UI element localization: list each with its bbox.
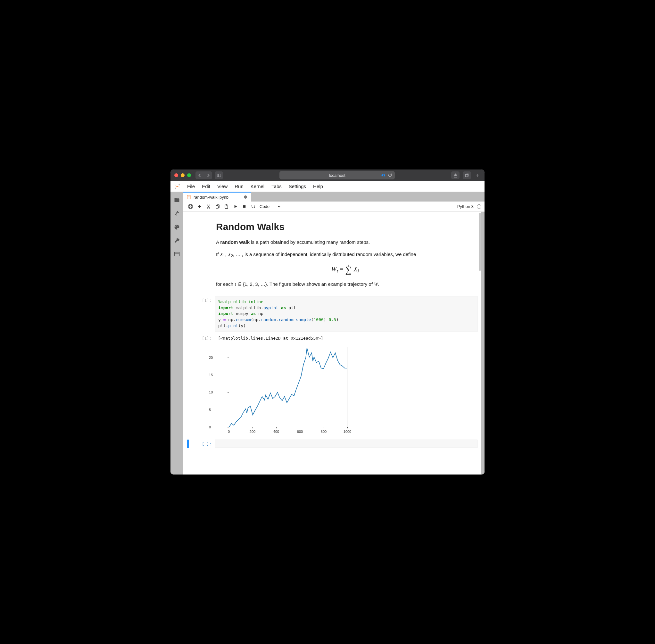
equation: Wt = t ∑ i=1 Xi <box>216 264 474 276</box>
md-paragraph: A random walk is a path obtained by accu… <box>216 239 474 246</box>
scrollbar[interactable] <box>478 212 481 475</box>
code-input[interactable]: %matplotlib inline import matplotlib.pyp… <box>215 296 477 332</box>
input-prompt: [1]: <box>189 296 215 332</box>
menubar: File Edit View Run Kernel Tabs Settings … <box>171 181 484 192</box>
browser-window: localhost + File Edit View Run Kernel Ta… <box>171 169 484 475</box>
page-title: Random Walks <box>216 220 474 234</box>
markdown-cell[interactable]: Random Walks A random walk is a path obt… <box>187 217 477 294</box>
menu-help[interactable]: Help <box>310 182 326 191</box>
audio-icon <box>381 173 385 178</box>
workspace: random-walk.ipynb Code <box>183 192 484 475</box>
tabs-button[interactable] <box>463 171 471 179</box>
plot-output: 0510152002004006008001000 <box>187 344 477 436</box>
menu-run[interactable]: Run <box>231 182 247 191</box>
nav-buttons <box>196 171 212 179</box>
menu-kernel[interactable]: Kernel <box>247 182 268 191</box>
svg-point-11 <box>178 226 178 227</box>
minimize-window-button[interactable] <box>181 173 185 177</box>
svg-point-5 <box>179 184 180 185</box>
copy-button[interactable] <box>213 203 221 210</box>
svg-rect-29 <box>243 205 246 208</box>
svg-rect-3 <box>465 174 468 177</box>
restart-button[interactable] <box>249 203 257 210</box>
svg-rect-19 <box>189 207 191 208</box>
close-window-button[interactable] <box>174 173 178 177</box>
code-input[interactable] <box>215 440 477 448</box>
menu-edit[interactable]: Edit <box>199 182 213 191</box>
save-button[interactable] <box>186 203 194 210</box>
output-prompt: [1]: <box>189 334 215 343</box>
cut-button[interactable] <box>204 203 212 210</box>
menu-settings[interactable]: Settings <box>286 182 309 191</box>
notebook-icon <box>186 195 191 199</box>
notebook-toolbar: Code Python 3 <box>183 202 484 212</box>
svg-rect-26 <box>216 206 218 208</box>
svg-rect-12 <box>175 252 179 256</box>
paste-button[interactable] <box>222 203 230 210</box>
running-icon[interactable] <box>174 210 180 217</box>
svg-rect-0 <box>217 174 221 177</box>
svg-point-7 <box>175 184 175 185</box>
svg-point-8 <box>177 211 178 212</box>
kernel-name: Python 3 <box>457 204 474 209</box>
celltype-select[interactable]: Code <box>259 204 281 209</box>
output-text: [<matplotlib.lines.Line2D at 0x121ead550… <box>215 334 477 343</box>
kernel-indicator[interactable]: Python 3 <box>457 204 481 209</box>
activitybar <box>171 192 183 475</box>
tab-filename: random-walk.ipynb <box>194 195 228 200</box>
tabbar: random-walk.ipynb <box>183 192 484 202</box>
md-paragraph: If X1, X2, … , is a sequence of independ… <box>216 251 474 259</box>
menu-file[interactable]: File <box>184 182 198 191</box>
menu-tabs[interactable]: Tabs <box>268 182 285 191</box>
tabs-panel-icon[interactable] <box>174 251 180 257</box>
notebook[interactable]: Random Walks A random walk is a path obt… <box>183 212 484 475</box>
output-cell: [1]: [<matplotlib.lines.Line2D at 0x121e… <box>187 334 477 343</box>
files-icon[interactable] <box>174 197 180 204</box>
svg-point-10 <box>176 226 177 226</box>
chevron-down-icon <box>277 205 281 209</box>
svg-point-9 <box>175 226 176 227</box>
forward-button[interactable] <box>204 171 212 179</box>
reload-icon[interactable] <box>388 173 392 178</box>
svg-rect-18 <box>189 205 191 206</box>
address-text: localhost <box>329 173 345 178</box>
titlebar: localhost + <box>171 169 484 181</box>
address-bar[interactable]: localhost <box>279 171 395 179</box>
code-cell[interactable]: [1]: %matplotlib inline import matplotli… <box>187 296 477 332</box>
jupyter-logo-icon <box>174 183 181 190</box>
svg-point-6 <box>175 188 176 189</box>
sidebar-toggle-button[interactable] <box>215 171 223 179</box>
kernel-status-icon <box>477 204 481 209</box>
add-cell-button[interactable] <box>196 203 203 210</box>
window-controls <box>174 173 191 177</box>
dirty-indicator-icon <box>244 196 247 199</box>
new-tab-button[interactable]: + <box>474 172 481 179</box>
stop-button[interactable] <box>240 203 248 210</box>
md-paragraph: for each t ∈ {1, 2, 3, …}. The figure be… <box>216 281 474 288</box>
back-button[interactable] <box>196 171 204 179</box>
share-button[interactable] <box>451 171 459 179</box>
input-prompt: [ ]: <box>189 440 215 448</box>
notebook-tab[interactable]: random-walk.ipynb <box>183 192 251 202</box>
maximize-window-button[interactable] <box>187 173 191 177</box>
empty-code-cell[interactable]: [ ]: <box>187 440 477 448</box>
menu-view[interactable]: View <box>214 182 231 191</box>
palette-icon[interactable] <box>174 224 180 230</box>
chart <box>229 347 347 427</box>
run-button[interactable] <box>231 203 239 210</box>
wrench-icon[interactable] <box>174 237 180 244</box>
celltype-label: Code <box>259 204 270 209</box>
